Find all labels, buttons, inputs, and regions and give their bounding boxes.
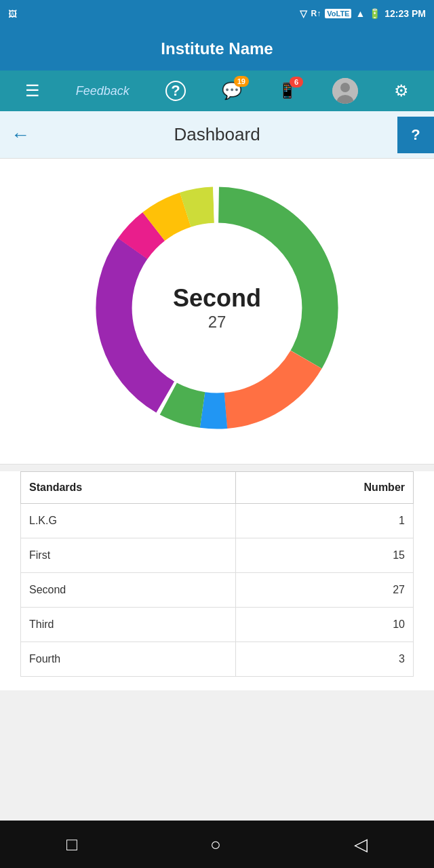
table-row: Second 27 (21, 573, 414, 608)
donut-center-label: Second (173, 284, 261, 313)
col-number: Number (235, 472, 413, 504)
rx-icon: R↑ (311, 9, 321, 18)
donut-center-text: Second 27 (173, 284, 261, 332)
wifi-icon: ▽ (300, 8, 307, 19)
signal-icon: ▲ (355, 8, 365, 19)
back-icon: ← (11, 124, 30, 145)
settings-icon: ⚙ (394, 81, 409, 100)
help-icon: ? (165, 81, 186, 101)
cell-number: 3 (235, 642, 413, 677)
triangle-icon: ◁ (354, 834, 368, 854)
dashboard-help-button[interactable]: ? (397, 117, 434, 153)
nav-square-button[interactable]: □ (66, 834, 77, 855)
standards-table: Standards Number L.K.G 1 First 15 Second… (20, 471, 414, 677)
nav-home-button[interactable]: ○ (210, 834, 221, 855)
feedback-label: Feedback (76, 84, 130, 98)
gallery-icon: 🖼 (8, 9, 17, 19)
table-row: First 15 (21, 538, 414, 573)
battery-icon: 🔋 (369, 8, 380, 19)
table-row: Fourth 3 (21, 642, 414, 677)
help-button[interactable]: ? (165, 81, 186, 101)
settings-button[interactable]: ⚙ (394, 81, 409, 100)
menu-icon: ☰ (25, 81, 40, 100)
cell-standard: Third (21, 608, 236, 642)
cell-number: 10 (235, 608, 413, 642)
chat-button[interactable]: 💬 19 (222, 81, 242, 100)
menu-button[interactable]: ☰ (25, 81, 40, 100)
chart-area: Second 27 (0, 159, 434, 465)
cell-standard: Second (21, 573, 236, 608)
circle-icon: ○ (210, 834, 221, 854)
chat-badge: 19 (234, 76, 249, 87)
cell-number: 27 (235, 573, 413, 608)
table-header-row: Standards Number (21, 472, 414, 504)
phone-button[interactable]: 📱 6 (278, 82, 296, 100)
cell-standard: L.K.G (21, 504, 236, 538)
cell-standard: First (21, 538, 236, 573)
volte-icon: VoLTE (325, 9, 351, 18)
svg-point-1 (340, 83, 350, 92)
back-button[interactable]: ← (11, 124, 30, 146)
table-row: L.K.G 1 (21, 504, 414, 538)
avatar-button[interactable] (332, 78, 358, 104)
cell-number: 1 (235, 504, 413, 538)
dashboard-header: ← Dashboard ? (0, 111, 434, 159)
dashboard-title: Dashboard (174, 124, 260, 145)
cell-standard: Fourth (21, 642, 236, 677)
time-display: 12:23 PM (384, 8, 426, 19)
cell-number: 15 (235, 538, 413, 573)
status-right-icons: ▽ R↑ VoLTE ▲ 🔋 12:23 PM (300, 8, 426, 19)
avatar (332, 78, 358, 104)
bottom-nav: □ ○ ◁ (0, 821, 434, 868)
col-standards: Standards (21, 472, 236, 504)
dashboard-help-icon: ? (411, 126, 420, 144)
status-bar: 🖼 ▽ R↑ VoLTE ▲ 🔋 12:23 PM (0, 0, 434, 27)
app-bar: Institute Name (0, 27, 434, 71)
nav-back-button[interactable]: ◁ (354, 834, 368, 855)
app-title: Institute Name (161, 39, 273, 58)
phone-badge: 6 (290, 77, 303, 87)
toolbar: ☰ Feedback ? 💬 19 📱 6 ⚙ (0, 71, 434, 111)
square-icon: □ (66, 834, 77, 854)
donut-center-value: 27 (173, 313, 261, 332)
donut-chart: Second 27 (88, 179, 346, 437)
table-area: Standards Number L.K.G 1 First 15 Second… (0, 471, 434, 690)
status-left-icons: 🖼 (8, 9, 17, 19)
table-row: Third 10 (21, 608, 414, 642)
